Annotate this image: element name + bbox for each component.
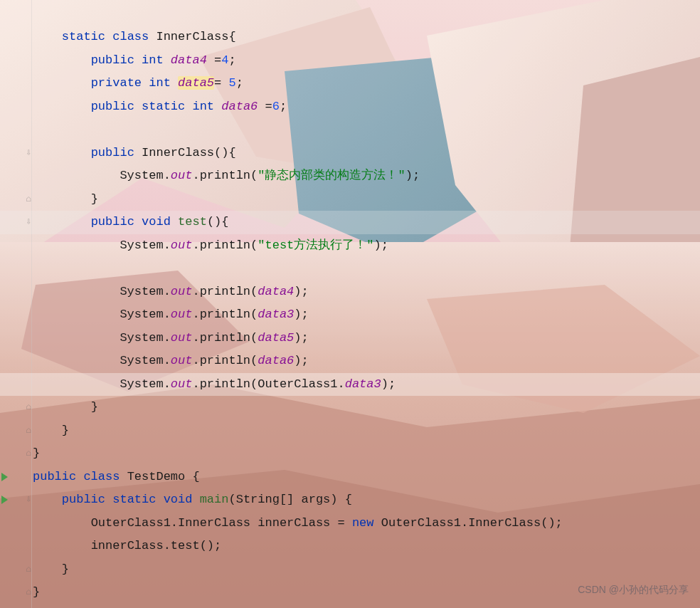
gutter[interactable] [0,26,33,49]
run-icon[interactable] [1,496,8,504]
code-line[interactable]: ⇩ public void test(){ [0,211,700,234]
code-line[interactable]: public class TestDemo { [0,466,700,489]
gutter[interactable] [0,373,33,397]
code-content[interactable]: public void test(){ [33,211,228,234]
fold-icon[interactable]: ⌂ [26,581,31,604]
gutter[interactable] [0,49,33,73]
gutter[interactable]: ⌂ [0,419,33,443]
gutter[interactable]: ⌂ [0,442,33,466]
code-line[interactable]: innerClass.test(); [0,535,700,558]
gutter[interactable]: ⌂ [0,188,33,211]
gutter[interactable]: ⇩ [0,211,33,234]
gutter[interactable] [0,535,33,558]
gutter[interactable] [0,466,33,489]
gutter[interactable]: ⌂ [0,558,33,582]
code-line[interactable]: OuterClass1.InnerClass innerClass = new … [0,512,700,535]
code-content[interactable]: public class TestDemo { [33,466,200,489]
code-line[interactable]: ⌂ } [0,419,700,443]
gutter[interactable]: ⇩ [0,488,33,512]
code-content[interactable]: } [33,581,40,604]
fold-icon[interactable]: ⌂ [26,419,31,443]
code-content[interactable]: System.out.println("test方法执行了！"); [33,234,388,258]
gutter[interactable] [0,118,33,142]
gutter[interactable] [0,350,33,373]
fold-icon[interactable]: ⇩ [26,488,31,512]
code-line[interactable]: System.out.println(data6); [0,350,700,373]
code-line[interactable]: System.out.println("test方法执行了！"); [0,234,700,258]
code-editor[interactable]: static class InnerClass{ public int data… [0,0,700,604]
gutter[interactable]: ⌂ [0,581,33,604]
fold-icon[interactable]: ⌂ [26,188,31,211]
code-content[interactable]: } [33,396,98,419]
gutter[interactable] [0,327,33,350]
code-content[interactable]: private int data5= 5; [33,72,243,95]
code-content[interactable]: System.out.println(data4); [33,281,309,304]
code-content[interactable]: public int data4 =4; [33,49,236,73]
code-line[interactable]: ⌂ } [0,396,700,419]
code-content[interactable]: } [33,442,40,466]
run-icon[interactable] [1,473,8,481]
code-content[interactable]: System.out.println(data5); [33,327,309,350]
code-content[interactable]: public InnerClass(){ [33,142,236,165]
gutter[interactable] [0,164,33,188]
watermark: CSDN @小孙的代码分享 [578,578,689,602]
code-line[interactable]: ⌂ } [0,442,700,466]
code-content[interactable]: } [33,558,69,582]
gutter[interactable] [0,95,33,119]
code-content[interactable]: System.out.println("静态内部类的构造方法！"); [33,164,420,188]
gutter[interactable]: ⌂ [0,396,33,419]
gutter[interactable] [0,234,33,258]
gutter[interactable] [0,512,33,535]
highlighted-identifier: data5 [178,76,214,90]
code-line[interactable]: System.out.println(data3); [0,303,700,327]
gutter[interactable]: ⇩ [0,142,33,165]
code-line[interactable]: System.out.println(data4); [0,281,700,304]
code-content[interactable]: System.out.println(data6); [33,350,309,373]
fold-icon[interactable]: ⇩ [26,142,31,165]
code-line-empty[interactable] [0,118,700,142]
fold-icon[interactable]: ⌂ [26,396,31,419]
gutter[interactable] [0,303,33,327]
code-line[interactable]: private int data5= 5; [0,72,700,95]
code-content[interactable]: static class InnerClass{ [33,26,236,49]
code-line[interactable]: static class InnerClass{ [0,26,700,49]
code-line[interactable]: System.out.println("静态内部类的构造方法！"); [0,164,700,188]
code-content[interactable]: } [33,419,69,443]
gutter[interactable] [0,281,33,304]
gutter[interactable] [0,257,33,281]
code-line[interactable]: System.out.println(data5); [0,327,700,350]
code-content[interactable]: } [33,188,98,211]
code-content[interactable]: public static int data6 =6; [33,95,287,119]
code-line[interactable]: public int data4 =4; [0,49,700,73]
fold-icon[interactable]: ⌂ [26,558,31,582]
gutter[interactable] [0,72,33,95]
code-content[interactable]: System.out.println(OuterClass1.data3); [33,373,396,397]
code-line[interactable]: ⌂ } [0,188,700,211]
code-content[interactable]: public static void main(String[] args) { [33,488,352,512]
code-line[interactable]: ⇩ public static void main(String[] args)… [0,488,700,512]
code-content[interactable]: OuterClass1.InnerClass innerClass = new … [33,512,563,535]
code-content[interactable]: System.out.println(data3); [33,303,309,327]
code-line[interactable]: ⇩ public InnerClass(){ [0,142,700,165]
fold-icon[interactable]: ⇩ [26,211,31,234]
fold-icon[interactable]: ⌂ [26,442,31,466]
code-content[interactable]: innerClass.test(); [33,535,221,558]
code-line-empty[interactable] [0,257,700,281]
code-line[interactable]: public static int data6 =6; [0,95,700,119]
code-line-current[interactable]: System.out.println(OuterClass1.data3); [0,373,700,397]
